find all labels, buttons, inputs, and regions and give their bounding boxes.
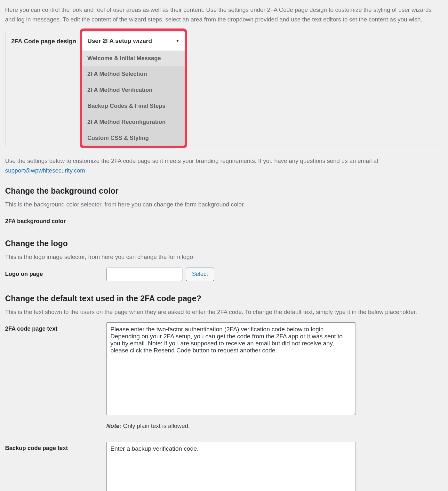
label-logo-on-page: Logo on page — [5, 268, 101, 279]
wizard-dropdown-label: User 2FA setup wizard — [87, 36, 152, 46]
tabs-container: 2FA Code page design User 2FA setup wiza… — [5, 32, 443, 146]
heading-default-text: Change the default text used in the 2FA … — [5, 292, 443, 305]
dropdown-item-method-reconfiguration[interactable]: 2FA Method Reconfiguration — [82, 114, 185, 130]
dropdown-item-method-selection[interactable]: 2FA Method Selection — [82, 66, 185, 82]
wizard-dropdown[interactable]: User 2FA setup wizard ▼ — [82, 32, 185, 50]
wizard-dropdown-list: Welcome & Initial Message 2FA Method Sel… — [82, 51, 185, 146]
desc-background-color: This is the background color selector, f… — [5, 200, 443, 209]
heading-change-logo: Change the logo — [5, 237, 443, 250]
customize-description: Use the settings below to customize the … — [5, 156, 443, 175]
support-email-link[interactable]: support@wpwhitesecurity.com — [5, 167, 85, 174]
dropdown-item-custom-css[interactable]: Custom CSS & Styling — [82, 130, 185, 146]
tab-2fa-code-page-design[interactable]: 2FA Code page design — [5, 32, 82, 146]
dropdown-item-welcome[interactable]: Welcome & Initial Message — [82, 51, 185, 66]
heading-background-color: Change the background color — [5, 184, 443, 197]
backup-code-page-textarea[interactable] — [106, 442, 356, 491]
note-label: Note: — [106, 423, 121, 429]
label-2fa-background-color: 2FA background color — [5, 215, 101, 226]
chevron-down-icon: ▼ — [175, 38, 180, 44]
note-code-page: Note: Only plain text is allowed. — [106, 421, 356, 431]
desc-default-text: This is the text shown to the users on t… — [5, 307, 443, 317]
desc-change-logo: This is the logo image selector, from he… — [5, 252, 443, 262]
label-2fa-code-page-text: 2FA code page text — [5, 322, 101, 334]
customize-desc-text: Use the settings below to customize the … — [5, 157, 378, 164]
page-intro: Here you can control the look and feel o… — [5, 5, 443, 24]
note-text: Only plain text is allowed. — [121, 423, 190, 429]
label-backup-code-page-text: Backup code page text — [5, 442, 101, 453]
logo-path-input[interactable] — [106, 268, 182, 281]
2fa-code-page-textarea[interactable] — [106, 322, 356, 415]
dropdown-item-backup-codes[interactable]: Backup Codes & Final Steps — [82, 98, 185, 114]
wizard-dropdown-highlight: User 2FA setup wizard ▼ Welcome & Initia… — [82, 32, 185, 146]
select-logo-button[interactable]: Select — [186, 268, 214, 281]
dropdown-item-method-verification[interactable]: 2FA Method Verification — [82, 82, 185, 98]
